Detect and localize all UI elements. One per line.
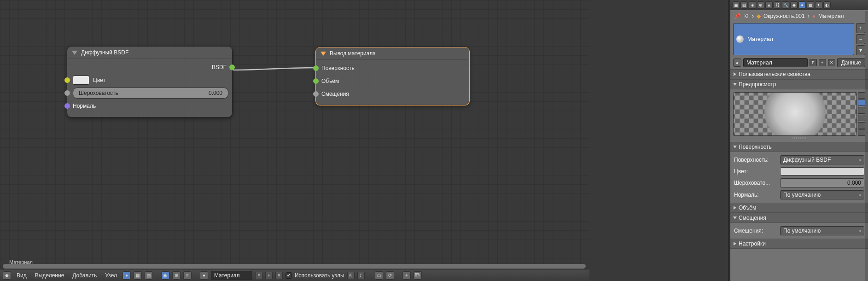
roughness-field[interactable]: 0.000 bbox=[780, 178, 864, 187]
compositing-tree-icon[interactable]: ▦ bbox=[134, 271, 142, 280]
tab-physics-icon[interactable]: ◐ bbox=[823, 1, 831, 9]
auto-render-icon[interactable]: ⟳ bbox=[386, 271, 394, 280]
preview-render[interactable] bbox=[733, 92, 857, 136]
material-slot-list: Материал + − ▾ bbox=[733, 23, 865, 55]
add-material-button[interactable]: + bbox=[265, 272, 273, 279]
unlink-material-button[interactable]: ✕ bbox=[828, 59, 835, 66]
displacement-row: Смещения: По умолчанию◦ bbox=[733, 225, 865, 237]
preview-monkey-icon[interactable] bbox=[858, 115, 865, 121]
node-header[interactable]: Вывод материала bbox=[316, 47, 469, 60]
remove-slot-button[interactable]: − bbox=[856, 34, 865, 44]
editor-type-icon[interactable]: ◆ bbox=[3, 271, 11, 280]
material-slot[interactable]: Материал bbox=[733, 23, 854, 55]
scrollbar-thumb[interactable] bbox=[3, 264, 586, 269]
new-material-button[interactable]: + bbox=[819, 59, 826, 66]
tab-world-icon[interactable]: ⊕ bbox=[757, 1, 764, 9]
node-material-output[interactable]: Вывод материала Поверхность Объём Смещен… bbox=[315, 47, 470, 105]
linestyle-shader-icon[interactable]: ≡ bbox=[183, 271, 192, 280]
panel-surface[interactable]: Поверхность bbox=[730, 142, 868, 152]
snap-icon[interactable]: ⌖ bbox=[402, 271, 411, 280]
material-name-field[interactable]: Материал bbox=[743, 58, 808, 67]
vertical-scrollbar[interactable] bbox=[865, 11, 868, 281]
node-link-icon[interactable]: ◦ bbox=[859, 157, 861, 163]
preview-world-icon[interactable] bbox=[858, 129, 865, 136]
tab-render-icon[interactable]: ▣ bbox=[732, 1, 740, 9]
tab-constraints-icon[interactable]: ⛓ bbox=[774, 1, 781, 9]
node-link-icon[interactable]: ◦ bbox=[859, 228, 861, 234]
breadcrumb-material[interactable]: Материал bbox=[818, 13, 844, 19]
object-shader-icon[interactable]: ◉ bbox=[161, 271, 169, 280]
socket-input-color[interactable] bbox=[64, 77, 70, 83]
panel-title: Поверхность bbox=[739, 144, 772, 150]
tab-render-layers-icon[interactable]: ▥ bbox=[740, 1, 748, 9]
node-link-button[interactable]: Данные bbox=[837, 58, 865, 67]
socket-input-roughness[interactable] bbox=[64, 90, 70, 96]
panel-volume[interactable]: Объём bbox=[730, 203, 868, 213]
socket-input-surface[interactable] bbox=[313, 65, 319, 71]
node-header[interactable]: Диффузный BSDF bbox=[67, 47, 232, 59]
collapse-icon[interactable] bbox=[72, 51, 77, 55]
world-shader-icon[interactable]: ⊕ bbox=[172, 271, 181, 280]
unlink-material-button[interactable]: ✕ bbox=[275, 272, 283, 279]
select-menu[interactable]: Выделение bbox=[32, 271, 67, 280]
material-id-block: ● Материал F + ✕ Данные bbox=[733, 58, 865, 67]
add-slot-button[interactable]: + bbox=[856, 23, 865, 33]
fake-user-button[interactable]: F bbox=[810, 59, 817, 66]
material-name-field[interactable]: Материал bbox=[211, 271, 252, 280]
pin-icon[interactable]: 📌 bbox=[734, 13, 741, 19]
socket-input-displacement[interactable] bbox=[313, 91, 319, 97]
node-menu[interactable]: Узел bbox=[102, 271, 120, 280]
displacement-field[interactable]: По умолчанию◦ bbox=[780, 226, 864, 235]
surface-shader-field[interactable]: Диффузный BSDF◦ bbox=[780, 155, 864, 164]
normal-field[interactable]: По умолчанию◦ bbox=[780, 190, 864, 199]
node-editor-viewport[interactable]: Диффузный BSDF BSDF Цвет Шероховатость: … bbox=[0, 0, 589, 281]
tab-texture-icon[interactable]: ▦ bbox=[807, 1, 814, 9]
prop-value: 0.000 bbox=[847, 180, 861, 186]
chevron-icon bbox=[733, 217, 737, 219]
tab-particles-icon[interactable]: ✦ bbox=[815, 1, 822, 9]
backdrop-icon[interactable]: ▭ bbox=[375, 271, 383, 280]
color-row: Цвет: bbox=[733, 166, 865, 177]
view-menu[interactable]: Вид bbox=[14, 271, 29, 280]
input-color-row: Цвет bbox=[71, 74, 228, 87]
tab-scene-icon[interactable]: ◈ bbox=[749, 1, 756, 9]
node-diffuse-bsdf[interactable]: Диффузный BSDF BSDF Цвет Шероховатость: … bbox=[67, 46, 233, 117]
tab-material-icon[interactable]: ● bbox=[798, 1, 806, 9]
roughness-field[interactable]: Шероховатость: 0.000 bbox=[73, 88, 228, 99]
preview-sphere-icon[interactable] bbox=[858, 100, 865, 106]
copy-nodes-icon[interactable]: ⿻ bbox=[414, 271, 422, 280]
socket-input-normal[interactable] bbox=[64, 103, 70, 109]
panel-settings[interactable]: Настройки bbox=[730, 239, 868, 249]
collapse-icon[interactable] bbox=[320, 52, 326, 56]
go-parent-button[interactable]: ⤴ bbox=[357, 272, 365, 279]
fake-user-button[interactable]: F bbox=[255, 272, 262, 279]
socket-input-volume[interactable] bbox=[313, 78, 319, 84]
texture-tree-icon[interactable]: ▧ bbox=[145, 271, 153, 280]
preview-hair-icon[interactable] bbox=[858, 122, 865, 129]
color-field[interactable] bbox=[780, 167, 864, 176]
tab-modifiers-icon[interactable]: 🔧 bbox=[782, 1, 789, 9]
add-menu[interactable]: Добавить bbox=[70, 271, 99, 280]
slot-specials-button[interactable]: ▾ bbox=[856, 45, 865, 55]
tab-object-icon[interactable]: ▲ bbox=[765, 1, 773, 9]
material-preview-icon bbox=[736, 35, 744, 43]
horizontal-scrollbar[interactable] bbox=[3, 264, 586, 269]
panel-title: Пользовательские свойства bbox=[739, 71, 810, 77]
panel-displacement[interactable]: Смещения bbox=[730, 213, 868, 223]
socket-output-bsdf[interactable] bbox=[229, 64, 235, 70]
panel-preview[interactable]: Предпросмотр bbox=[730, 79, 868, 89]
material-browse-icon[interactable]: ● bbox=[733, 59, 741, 67]
color-swatch[interactable] bbox=[73, 76, 89, 85]
tab-data-icon[interactable]: ◆ bbox=[790, 1, 798, 9]
resize-grip[interactable] bbox=[792, 137, 806, 139]
breadcrumb-object[interactable]: Окружность.001 bbox=[763, 13, 805, 19]
material-browse-icon[interactable]: ● bbox=[200, 271, 208, 280]
panel-custom-props[interactable]: Пользовательские свойства bbox=[730, 69, 868, 79]
node-link-icon[interactable]: ◦ bbox=[859, 192, 861, 198]
panel-title: Объём bbox=[739, 205, 756, 211]
shader-tree-icon[interactable]: ● bbox=[122, 271, 131, 280]
use-nodes-checkbox[interactable]: ✔ bbox=[285, 272, 292, 279]
pin-button[interactable]: ⇱ bbox=[347, 272, 355, 279]
preview-cube-icon[interactable] bbox=[858, 107, 865, 113]
preview-flat-icon[interactable] bbox=[858, 92, 865, 99]
